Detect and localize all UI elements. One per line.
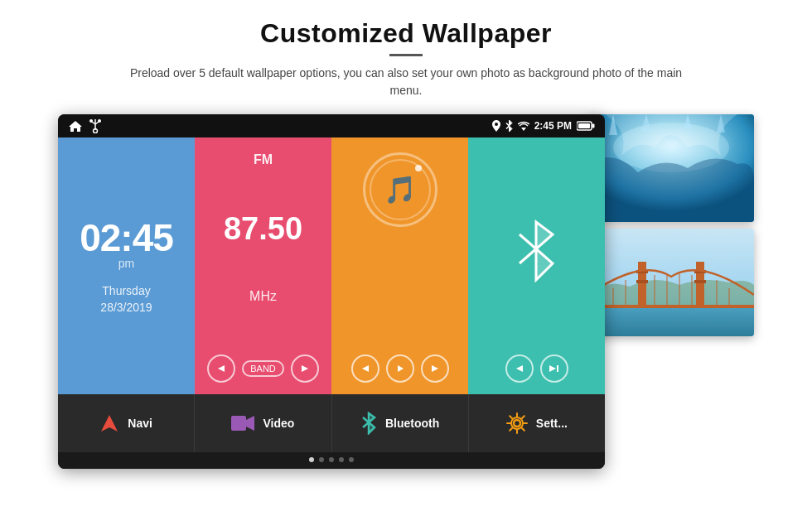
page-dots bbox=[58, 452, 605, 469]
music-play-button[interactable] bbox=[386, 354, 414, 383]
page-dot-5[interactable] bbox=[349, 457, 354, 462]
svg-rect-38 bbox=[638, 262, 646, 307]
fm-band-button[interactable]: BAND bbox=[242, 360, 284, 377]
svg-marker-17 bbox=[398, 365, 404, 372]
svg-marker-18 bbox=[432, 365, 438, 372]
fm-unit: MHz bbox=[249, 289, 277, 304]
side-images bbox=[588, 114, 754, 336]
status-time: 2:45 PM bbox=[534, 120, 572, 132]
page-dot-3[interactable] bbox=[329, 457, 334, 462]
svg-marker-23 bbox=[549, 365, 556, 372]
usb-icon bbox=[89, 118, 101, 133]
location-icon bbox=[492, 120, 500, 132]
svg-line-19 bbox=[520, 249, 536, 264]
svg-point-4 bbox=[89, 119, 93, 123]
svg-rect-13 bbox=[578, 123, 590, 128]
home-icon bbox=[68, 119, 83, 133]
nav-navi-label: Navi bbox=[128, 417, 152, 430]
bt-prev-button[interactable] bbox=[505, 354, 534, 383]
music-controls bbox=[351, 354, 449, 383]
svg-marker-25 bbox=[246, 416, 254, 431]
status-left bbox=[68, 118, 101, 133]
settings-icon bbox=[506, 412, 528, 434]
svg-marker-0 bbox=[69, 121, 82, 132]
wallpaper-golden-gate[interactable] bbox=[588, 229, 754, 336]
clock-tile[interactable]: 02:45 pm Thursday 28/3/2019 bbox=[58, 137, 195, 394]
battery-icon bbox=[577, 121, 595, 131]
svg-point-6 bbox=[94, 129, 98, 133]
clock-time: 02:45 bbox=[80, 215, 173, 260]
fm-prev-button[interactable] bbox=[207, 354, 235, 383]
svg-point-7 bbox=[495, 123, 498, 126]
fm-frequency: 87.50 bbox=[224, 213, 302, 244]
music-dot bbox=[415, 165, 422, 171]
nav-navi[interactable]: Navi bbox=[58, 394, 195, 452]
page-dot-1[interactable] bbox=[309, 457, 314, 462]
nav-bluetooth-label: Bluetooth bbox=[385, 417, 439, 430]
svg-rect-22 bbox=[557, 365, 558, 372]
bluetooth-tile[interactable] bbox=[468, 137, 605, 394]
bt-controls bbox=[505, 354, 568, 383]
nav-settings-label: Sett... bbox=[536, 417, 568, 430]
page-subtitle: Preload over 5 default wallpaper options… bbox=[124, 65, 688, 99]
svg-line-20 bbox=[520, 234, 536, 249]
music-note-icon: 🎵 bbox=[384, 174, 417, 205]
app-grid: 02:45 pm Thursday 28/3/2019 FM 87.50 MHz… bbox=[58, 137, 605, 394]
svg-rect-37 bbox=[588, 307, 754, 336]
svg-rect-39 bbox=[696, 262, 704, 307]
status-bar: 2:45 PM bbox=[58, 114, 605, 137]
page-title: Customized Wallpaper bbox=[260, 18, 552, 49]
music-prev-button[interactable] bbox=[351, 354, 379, 383]
fm-tile[interactable]: FM 87.50 MHz BAND bbox=[195, 137, 331, 394]
status-right: 2:45 PM bbox=[492, 120, 595, 132]
main-content: 2:45 PM 02:45 pm Thursday 28/3/2019 bbox=[0, 114, 812, 469]
bluetooth-status-icon bbox=[505, 120, 513, 132]
video-icon bbox=[231, 414, 254, 432]
svg-marker-10 bbox=[521, 128, 526, 131]
svg-marker-16 bbox=[362, 365, 369, 372]
fm-controls: BAND bbox=[207, 354, 319, 383]
clock-ampm: pm bbox=[118, 257, 134, 270]
svg-point-28 bbox=[514, 420, 520, 427]
svg-rect-43 bbox=[694, 280, 706, 283]
svg-marker-21 bbox=[516, 365, 523, 372]
signal-icon bbox=[518, 121, 529, 131]
svg-marker-15 bbox=[302, 365, 308, 372]
car-screen: 2:45 PM 02:45 pm Thursday 28/3/2019 bbox=[58, 114, 605, 469]
svg-rect-12 bbox=[592, 124, 595, 128]
music-tile[interactable]: 🎵 bbox=[331, 137, 468, 394]
title-underline bbox=[389, 54, 423, 56]
nav-bluetooth[interactable]: Bluetooth bbox=[332, 394, 469, 452]
music-next-button[interactable] bbox=[421, 354, 449, 383]
fm-next-button[interactable] bbox=[291, 354, 319, 383]
fm-label: FM bbox=[254, 152, 273, 167]
svg-rect-41 bbox=[636, 280, 648, 283]
bluetooth-nav-icon bbox=[360, 412, 377, 435]
nav-video[interactable]: Video bbox=[195, 394, 331, 452]
svg-rect-24 bbox=[231, 416, 246, 431]
music-disc: 🎵 bbox=[363, 152, 437, 227]
svg-point-5 bbox=[98, 119, 101, 123]
nav-video-label: Video bbox=[263, 417, 294, 430]
nav-bar: Navi Video Bluetooth bbox=[58, 394, 605, 452]
navi-icon bbox=[99, 413, 119, 433]
wallpaper-ice-cave[interactable] bbox=[588, 114, 754, 222]
page-dot-4[interactable] bbox=[339, 457, 344, 462]
ice-cave-visual bbox=[588, 114, 754, 222]
svg-point-31 bbox=[613, 123, 729, 172]
svg-marker-14 bbox=[218, 365, 225, 372]
clock-date: Thursday 28/3/2019 bbox=[100, 283, 152, 316]
bt-next-button[interactable] bbox=[540, 354, 568, 383]
nav-settings[interactable]: Sett... bbox=[469, 394, 605, 452]
page-dot-2[interactable] bbox=[319, 457, 324, 462]
golden-gate-visual bbox=[588, 229, 754, 336]
svg-line-9 bbox=[506, 123, 510, 127]
bluetooth-large-icon bbox=[514, 152, 559, 350]
